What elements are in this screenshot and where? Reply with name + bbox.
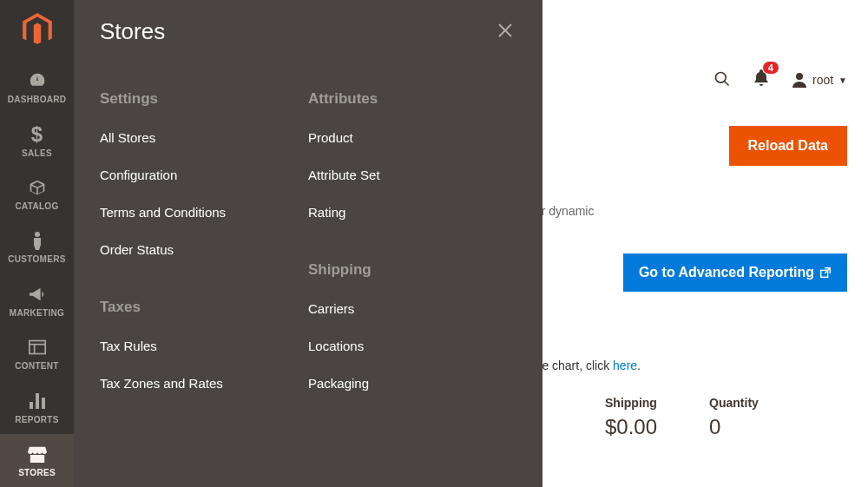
flyout-column-left: Settings All Stores Configuration Terms …	[100, 90, 308, 413]
svg-rect-4	[30, 402, 33, 409]
sidebar-item-content[interactable]: CONTENT	[0, 327, 74, 380]
user-icon	[792, 72, 807, 88]
sidebar-item-label: DASHBOARD	[8, 95, 67, 104]
flyout-link-packaging[interactable]: Packaging	[308, 376, 516, 391]
bar-chart-icon	[29, 390, 46, 412]
chart-hint-text: e chart, click	[542, 359, 613, 372]
chart-hint-suffix: .	[637, 359, 641, 372]
stat-value: 0	[709, 415, 759, 439]
storefront-icon	[28, 443, 47, 465]
flyout-title: Stores	[100, 18, 165, 45]
svg-point-11	[796, 73, 803, 80]
search-button[interactable]	[713, 70, 731, 90]
sidebar-item-label: MARKETING	[10, 308, 64, 318]
reload-data-button[interactable]: Reload Data	[729, 126, 847, 166]
flyout-link-tax-rules[interactable]: Tax Rules	[100, 339, 308, 353]
magento-logo-icon	[22, 13, 53, 48]
flyout-link-locations[interactable]: Locations	[308, 339, 516, 353]
advanced-reporting-section: ur dynamic Go to Advanced Reporting	[535, 201, 847, 327]
notification-badge: 4	[763, 62, 779, 74]
flyout-link-order-status[interactable]: Order Status	[100, 242, 308, 257]
flyout-link-carriers[interactable]: Carriers	[308, 301, 516, 316]
user-menu[interactable]: root ▼	[792, 72, 847, 88]
close-button[interactable]	[494, 16, 516, 47]
sidebar-item-label: REPORTS	[15, 415, 58, 424]
flyout-section-settings: Settings	[100, 90, 308, 108]
flyout-section-attributes: Attributes	[308, 90, 516, 108]
flyout-link-configuration[interactable]: Configuration	[100, 168, 308, 182]
sidebar-item-label: CUSTOMERS	[8, 254, 65, 264]
megaphone-icon	[28, 283, 47, 306]
svg-point-9	[715, 72, 726, 82]
stat-label: Quantity	[709, 396, 759, 410]
notifications-button[interactable]: 4	[753, 69, 769, 90]
chart-enable-link[interactable]: here	[613, 359, 637, 372]
sidebar-item-label: CONTENT	[15, 361, 58, 371]
flyout-link-terms-conditions[interactable]: Terms and Conditions	[100, 205, 308, 220]
chevron-down-icon: ▼	[838, 76, 847, 85]
svg-rect-6	[42, 398, 45, 409]
stores-flyout-panel: Stores Settings All Stores Configuration…	[74, 0, 542, 487]
sidebar-item-reports[interactable]: REPORTS	[0, 380, 74, 433]
flyout-link-tax-zones-rates[interactable]: Tax Zones and Rates	[100, 376, 308, 391]
sidebar-item-sales[interactable]: $ SALES	[0, 114, 74, 167]
flyout-column-right: Attributes Product Attribute Set Rating …	[308, 90, 516, 413]
search-icon	[713, 70, 731, 88]
stat-value: $0.00	[605, 415, 657, 439]
advanced-reporting-text-fragment: ur dynamic	[535, 204, 594, 218]
flyout-link-rating[interactable]: Rating	[308, 205, 516, 220]
advanced-reporting-button-label: Go to Advanced Reporting	[639, 265, 814, 280]
flyout-link-attribute-set[interactable]: Attribute Set	[308, 168, 516, 182]
magento-logo[interactable]	[0, 0, 74, 60]
svg-point-0	[35, 232, 40, 237]
flyout-section-taxes: Taxes	[100, 299, 308, 316]
dashboard-icon	[28, 69, 47, 92]
sidebar-item-customers[interactable]: CUSTOMERS	[0, 220, 74, 273]
svg-line-10	[724, 81, 728, 85]
stat-shipping: Shipping $0.00	[605, 396, 657, 439]
username-label: root	[812, 73, 833, 87]
svg-rect-1	[29, 341, 44, 354]
stat-quantity: Quantity 0	[709, 396, 759, 439]
stats-row: Shipping $0.00 Quantity 0	[605, 396, 759, 439]
advanced-reporting-button[interactable]: Go to Advanced Reporting	[623, 253, 847, 292]
header-toolbar: 4 root ▼	[713, 69, 847, 90]
stat-label: Shipping	[605, 396, 657, 410]
sidebar-item-catalog[interactable]: CATALOG	[0, 167, 74, 220]
sidebar-item-label: STORES	[18, 468, 56, 477]
person-icon	[31, 229, 43, 252]
sidebar-item-label: SALES	[22, 148, 52, 158]
layout-icon	[29, 336, 46, 359]
sidebar-item-dashboard[interactable]: DASHBOARD	[0, 60, 74, 113]
sidebar-item-label: CATALOG	[15, 201, 58, 211]
external-link-icon	[819, 267, 832, 279]
close-icon	[497, 23, 513, 38]
sidebar-item-marketing[interactable]: MARKETING	[0, 273, 74, 326]
flyout-link-all-stores[interactable]: All Stores	[100, 130, 308, 145]
flyout-section-shipping: Shipping	[308, 261, 516, 279]
sidebar-item-stores[interactable]: STORES	[0, 434, 74, 487]
dollar-icon: $	[31, 123, 43, 146]
box-icon	[29, 176, 46, 199]
svg-rect-5	[36, 393, 39, 409]
main-sidebar: DASHBOARD $ SALES CATALOG CUSTOMERS MARK…	[0, 0, 74, 487]
chart-enable-hint: e chart, click here.	[542, 359, 641, 372]
flyout-link-product[interactable]: Product	[308, 130, 516, 145]
